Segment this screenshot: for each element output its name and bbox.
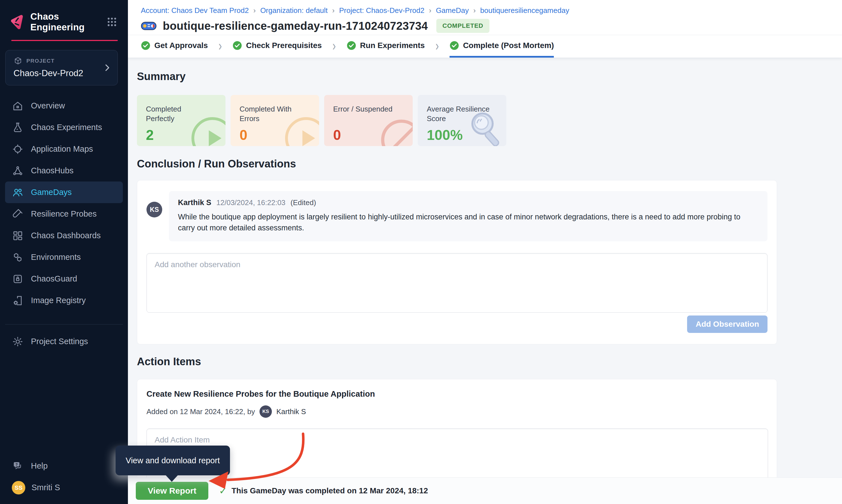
breadcrumb-separator-icon: [429, 6, 432, 15]
sidebar-item-chaosguard[interactable]: ChaosGuard: [5, 268, 123, 290]
check-circle-icon: [141, 41, 151, 50]
lock-icon: [12, 273, 23, 285]
chevron-right-icon: [333, 35, 336, 58]
chevron-right-icon: [436, 35, 439, 58]
sidebar-item-environments[interactable]: Environments: [5, 246, 123, 268]
summary-card-label: Completed With Errors: [240, 105, 304, 124]
people-icon: [12, 186, 23, 198]
brand-row: Chaos Engineering: [0, 0, 128, 33]
chaos-engineering-app: Chaos Engineering PROJECT Chaos-Dev-Pr: [0, 0, 842, 504]
add-action-item-input[interactable]: [146, 428, 768, 478]
sidebar-item-project-settings[interactable]: Project Settings: [5, 331, 123, 352]
stepper: Get Approvals Check Prerequisites Run Ex…: [128, 35, 842, 58]
sidebar-item-label: ChaosHubs: [31, 166, 74, 175]
summary-cards: Completed Perfectly 2 Completed With Err…: [137, 95, 842, 146]
breadcrumb-account[interactable]: Account: Chaos Dev Team Prod2: [141, 6, 249, 15]
step-run-experiments[interactable]: Run Experiments: [347, 35, 425, 58]
summary-card-value: 0: [240, 127, 311, 143]
action-item-title: Create New Resilience Probes for the Bou…: [146, 390, 768, 399]
step-label: Check Prerequisites: [246, 41, 322, 50]
chaos-engineering-logo-icon: [8, 14, 25, 30]
breadcrumb-separator-icon: [332, 6, 335, 15]
status-badge: COMPLETED: [436, 19, 489, 33]
sidebar-item-label: ChaosGuard: [31, 274, 77, 284]
action-item-added-on: Added on 12 Mar 2024, 16:22, by: [146, 407, 255, 416]
sidebar-item-label: Resilience Probes: [31, 209, 97, 219]
cube-icon: [14, 56, 22, 66]
action-item-avatar: KS: [260, 406, 272, 418]
comment-body: While the boutique app deployment is lar…: [178, 212, 752, 233]
sidebar-item-label: Overview: [31, 101, 65, 110]
sidebar-item-application-maps[interactable]: Application Maps: [5, 138, 123, 160]
summary-card-value: 0: [333, 127, 404, 143]
project-selector[interactable]: PROJECT Chaos-Dev-Prod2: [5, 50, 118, 85]
add-observation-input[interactable]: [146, 253, 768, 313]
sidebar-user[interactable]: SS Smriti S: [5, 477, 123, 498]
breadcrumb-project[interactable]: Project: Chaos-Dev-Prod2: [339, 6, 424, 15]
gear-icon: [12, 336, 23, 347]
step-complete-post-mortem[interactable]: Complete (Post Mortem): [450, 35, 554, 58]
dashboard-icon: [12, 230, 23, 241]
observations-heading: Conclusion / Run Observations: [137, 158, 842, 170]
sidebar-item-overview[interactable]: Overview: [5, 95, 123, 116]
check-icon: ✓: [219, 485, 227, 497]
user-avatar: SS: [12, 481, 25, 494]
sidebar-item-image-registry[interactable]: Image Registry: [5, 290, 123, 311]
step-label: Complete (Post Mortem): [463, 41, 554, 50]
summary-card-label: Error / Suspended: [333, 105, 398, 124]
target-icon: [12, 143, 23, 155]
sidebar-item-gamedays[interactable]: GameDays: [5, 181, 123, 203]
module-switcher-icon[interactable]: [106, 16, 118, 28]
probe-icon: [12, 208, 23, 220]
step-get-approvals[interactable]: Get Approvals: [141, 35, 208, 58]
sidebar-item-resilience-probes[interactable]: Resilience Probes: [5, 203, 123, 225]
check-circle-icon: [450, 41, 459, 50]
breadcrumb-gameday[interactable]: GameDay: [436, 6, 469, 15]
sidebar-item-label: Help: [31, 461, 48, 471]
summary-card-value: 100%: [427, 127, 498, 143]
sidebar-item-chaoshubs[interactable]: ChaosHubs: [5, 160, 123, 181]
tooltip-text: View and download report: [126, 456, 220, 465]
view-report-button[interactable]: View Report: [136, 482, 208, 500]
breadcrumb-separator-icon: [473, 6, 476, 15]
sidebar-item-chaos-experiments[interactable]: Chaos Experiments: [5, 116, 123, 138]
help-chat-icon: ?: [12, 460, 23, 472]
summary-card-value: 2: [146, 127, 217, 143]
chevron-right-icon: [102, 63, 112, 72]
svg-text:?: ?: [16, 462, 18, 466]
sidebar-item-label: GameDays: [31, 188, 72, 197]
project-label: PROJECT: [27, 58, 55, 64]
summary-card-label: Completed Perfectly: [146, 105, 211, 124]
footer-bar: View Report ✓ This GameDay was completed…: [128, 477, 842, 504]
summary-card-completed-perfectly: Completed Perfectly 2: [137, 95, 226, 146]
action-item-author: Karthik S: [276, 407, 306, 416]
step-label: Run Experiments: [360, 41, 425, 50]
sidebar-item-label: Environments: [31, 253, 81, 262]
view-report-tooltip: View and download report: [116, 446, 230, 475]
comment-block: Karthik S 12/03/2024, 16:22:03 (Edited) …: [169, 191, 768, 241]
comment-edited-flag: (Edited): [291, 198, 316, 207]
step-check-prerequisites[interactable]: Check Prerequisites: [232, 35, 322, 58]
sidebar-item-label: Chaos Experiments: [31, 123, 102, 132]
sidebar-item-label: Application Maps: [31, 144, 93, 154]
sidebar-item-chaos-dashboards[interactable]: Chaos Dashboards: [5, 225, 123, 246]
user-name: Smriti S: [32, 483, 60, 492]
step-label: Get Approvals: [154, 41, 208, 50]
check-circle-icon: [347, 41, 356, 50]
add-observation-button[interactable]: Add Observation: [687, 316, 768, 333]
gamepad-icon: [141, 20, 157, 32]
gameday-completed-note: This GameDay was completed on 12 Mar 202…: [232, 486, 428, 495]
home-icon: [12, 100, 23, 112]
action-items-card: Create New Resilience Probes for the Bou…: [137, 379, 777, 478]
sidebar-item-label: Chaos Dashboards: [31, 231, 101, 240]
product-title: Chaos Engineering: [30, 11, 100, 33]
sidebar: Chaos Engineering PROJECT Chaos-Dev-Pr: [0, 0, 128, 504]
breadcrumb-gameday-name[interactable]: boutiqueresiliencegameday: [480, 6, 569, 15]
project-name: Chaos-Dev-Prod2: [14, 68, 101, 78]
breadcrumb-organization[interactable]: Organization: default: [260, 6, 328, 15]
summary-heading: Summary: [137, 71, 842, 83]
check-circle-icon: [232, 41, 242, 50]
sidebar-item-help[interactable]: ? Help: [5, 455, 123, 477]
action-items-heading: Action Items: [137, 356, 842, 368]
comment-avatar: KS: [146, 202, 162, 217]
